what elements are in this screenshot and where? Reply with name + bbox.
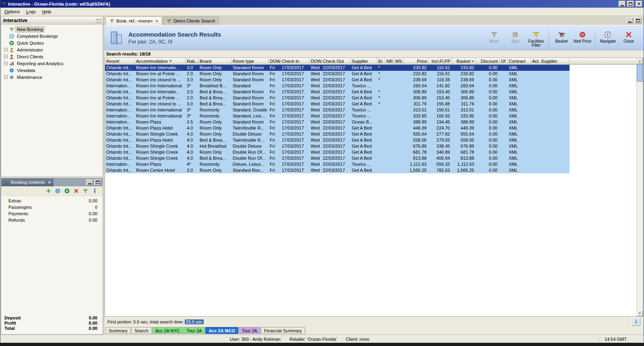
close-icon bbox=[625, 31, 632, 38]
column-header-check_out[interactable]: Check Out bbox=[322, 58, 351, 65]
list-item[interactable]: Passengers0 bbox=[1, 204, 103, 210]
table-row[interactable]: Internation...Rosen Inn International3*R… bbox=[105, 113, 570, 119]
tab-close-icon[interactable]: × bbox=[156, 19, 158, 23]
table-row[interactable]: Internation...Rosen Inn International3*R… bbox=[105, 107, 570, 113]
table-row[interactable]: Orlando Int...Rosen Inn closest to ...3.… bbox=[105, 77, 570, 83]
scrollbar-thumb[interactable] bbox=[637, 64, 643, 82]
table-row[interactable]: Orlando Int...Rosen Inn closest to ...3.… bbox=[105, 101, 570, 107]
cell-supplier: Ocean B... bbox=[351, 119, 377, 125]
bottom-tab-summary[interactable]: Summary bbox=[105, 327, 131, 334]
column-header-ms[interactable]: MS bbox=[394, 58, 404, 65]
info-button[interactable]: i bbox=[632, 318, 640, 326]
column-header-dow_in[interactable]: DOW bbox=[268, 58, 281, 65]
list-item[interactable]: Payments0.00 bbox=[1, 210, 103, 217]
column-header-basket[interactable]: Basket bbox=[452, 58, 476, 65]
table-row[interactable]: Orlando Int...Rosen Inn at Pointe ...2.0… bbox=[105, 71, 570, 77]
menu-help[interactable]: Help bbox=[39, 8, 55, 15]
sidebar-item-viewdata[interactable]: Viewdata bbox=[1, 67, 103, 74]
palm-icon bbox=[109, 19, 114, 23]
table-row[interactable]: Internation...Rosen Plaza3.5Room OnlySta… bbox=[105, 119, 570, 125]
table-row[interactable]: Orlando Int...Rosen Centre Hotel3.0Room … bbox=[105, 167, 570, 173]
column-header-incl_fl_pp[interactable]: Incl.Fl.PP bbox=[429, 58, 452, 65]
table-row[interactable]: Orlando Int...Rosen Inn Internatio...3.0… bbox=[105, 65, 570, 71]
column-header-room_type[interactable]: Room type bbox=[231, 58, 268, 65]
tabgroup-minimize-button[interactable] bbox=[626, 17, 633, 23]
panel-minimize-button[interactable] bbox=[86, 179, 93, 185]
list-item[interactable]: Refunds0.00 bbox=[1, 217, 103, 223]
bottom-tab-search[interactable]: Search bbox=[131, 327, 152, 334]
column-header-supplier[interactable]: Supplier bbox=[351, 58, 377, 65]
sidebar-item-direct-clients[interactable]: +Direct Clients bbox=[1, 53, 103, 60]
column-header-resort[interactable]: Resort bbox=[105, 58, 135, 65]
table-row[interactable]: Internation...Rosen Inn International3*B… bbox=[105, 83, 570, 89]
column-header-nr[interactable]: NR bbox=[385, 58, 394, 65]
toolbar-navigate-button[interactable]: Navigate bbox=[598, 31, 618, 44]
tab-book-ref-none[interactable]: Book. ref.: <none>× bbox=[105, 16, 162, 25]
scrollbar-track[interactable] bbox=[637, 82, 643, 310]
booking-contents-close-icon[interactable]: × bbox=[48, 180, 50, 185]
table-row[interactable]: Orlando Int...Rosen Plaza Hotel4.0Bed & … bbox=[105, 137, 570, 143]
cell-resort: Internation... bbox=[105, 83, 135, 89]
sidebar-minimize-button[interactable]: − bbox=[95, 18, 101, 23]
scroll-down-icon[interactable]: ▼ bbox=[637, 310, 643, 316]
column-header-of[interactable]: Of bbox=[500, 58, 508, 65]
globe-button[interactable] bbox=[54, 188, 61, 194]
info-button[interactable] bbox=[91, 188, 98, 194]
table-row[interactable]: Orlando Int...Rosen Shingle Creek4.0Hot … bbox=[105, 143, 570, 149]
bottom-tab-financial-summary[interactable]: Financial Summary bbox=[261, 327, 305, 334]
toolbar-close-button[interactable]: Close bbox=[619, 31, 639, 44]
column-header-accommodation[interactable]: Accommodation bbox=[135, 58, 186, 65]
sidebar-item-new-booking[interactable]: New Booking bbox=[1, 26, 103, 33]
column-header-dow_out[interactable]: DOW bbox=[310, 58, 322, 65]
column-header-act_supplier[interactable]: Act. Supplier bbox=[531, 58, 570, 65]
toolbar-basket-button[interactable]: Basket bbox=[551, 31, 572, 44]
quote-button[interactable] bbox=[64, 188, 70, 194]
bottom-tab-tour-2a[interactable]: Tour 2A bbox=[183, 327, 205, 334]
sidebar-item-reporting-and-analytics[interactable]: +Reporting and Analytics bbox=[1, 60, 103, 67]
booking-contents-tab[interactable]: Booking contents × bbox=[1, 178, 54, 186]
expander-icon[interactable]: + bbox=[4, 62, 8, 65]
close-button[interactable]: × bbox=[636, 1, 642, 7]
tab-direct-clients-search[interactable]: Direct Clients Search bbox=[163, 16, 219, 25]
sidebar-item-completed-bookings[interactable]: Completed Bookings bbox=[1, 33, 103, 39]
table-row[interactable]: Orlando Int...Rosen Plaza Hotel4.0Room O… bbox=[105, 125, 570, 131]
sidebar-item-maintenance[interactable]: +Maintenance bbox=[1, 74, 103, 80]
delete-button[interactable] bbox=[73, 188, 79, 194]
add-button[interactable] bbox=[45, 188, 52, 194]
cell-resort: Internation... bbox=[105, 119, 135, 125]
bottom-tab-tour-2a[interactable]: Tour 2A bbox=[239, 327, 260, 334]
table-row[interactable]: Orlando Int...Rosen Inn at Pointe ...2.0… bbox=[105, 95, 570, 101]
panel-maximize-button[interactable] bbox=[94, 179, 101, 185]
table-row[interactable]: Orlando Int...Rosen Shingle Creek4.0Room… bbox=[105, 131, 570, 137]
column-header-check_in[interactable]: Check In bbox=[281, 58, 310, 65]
table-row[interactable]: Orlando Int...Rosen Shingle Creek4.0Bed … bbox=[105, 155, 570, 161]
list-item[interactable]: Extras0.00 bbox=[1, 198, 103, 204]
column-header-discount[interactable]: Discount bbox=[476, 58, 500, 65]
table-row[interactable]: Orlando Int...Rosen Inn Internatio...3.0… bbox=[105, 89, 570, 95]
total-label: Total bbox=[4, 326, 14, 331]
scroll-up-icon[interactable]: ▲ bbox=[637, 58, 643, 64]
menu-options[interactable]: Options bbox=[1, 8, 23, 15]
palm-button[interactable] bbox=[82, 188, 89, 194]
toolbar-facilities-filter-button[interactable]: Facilities Filter bbox=[526, 31, 546, 48]
table-row[interactable]: Orlando Int...Rosen Shingle Creek4.0Room… bbox=[105, 149, 570, 155]
bottom-tab-acc-2a-nyc[interactable]: Acc 2A NYC bbox=[152, 327, 183, 334]
column-header-board[interactable]: Board bbox=[198, 58, 231, 65]
bottom-tab-acc-2a-mco[interactable]: Acc 2A MCO bbox=[205, 327, 238, 334]
expander-icon[interactable]: + bbox=[4, 48, 8, 51]
column-header-er[interactable]: Er bbox=[377, 58, 385, 65]
column-header-rating[interactable]: Rati... bbox=[186, 58, 198, 65]
toolbar-nett-price-button[interactable]: Nett Price bbox=[572, 31, 592, 44]
expander-icon[interactable]: + bbox=[4, 75, 8, 79]
vertical-scrollbar[interactable]: ▲ ▼ bbox=[636, 58, 643, 316]
column-header-price[interactable]: Price bbox=[404, 58, 429, 65]
sidebar-item-administrator[interactable]: +Administrator bbox=[1, 46, 103, 53]
maximize-button[interactable] bbox=[627, 1, 634, 7]
table-row[interactable]: Internation...Rosen Plaza4*RoomonlyDelux… bbox=[105, 161, 570, 167]
tabgroup-maximize-button[interactable] bbox=[634, 17, 641, 23]
column-header-contract[interactable]: Contract bbox=[508, 58, 531, 65]
menu-logs[interactable]: Logs bbox=[23, 8, 39, 15]
expander-icon[interactable]: + bbox=[4, 55, 8, 58]
minimize-button[interactable] bbox=[619, 1, 625, 7]
sidebar-item-quick-quotes[interactable]: Quick Quotes bbox=[1, 39, 103, 46]
